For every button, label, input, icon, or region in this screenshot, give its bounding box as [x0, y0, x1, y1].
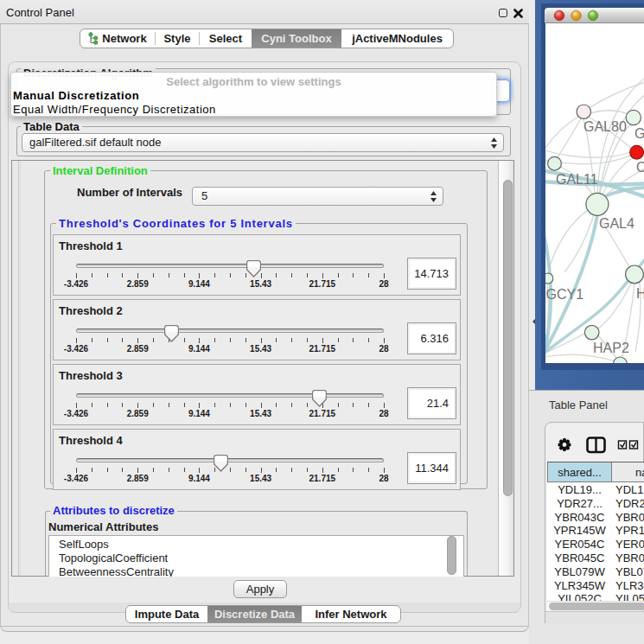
- svg-text:GAL11: GAL11: [556, 172, 598, 187]
- svg-text:C: C: [636, 160, 644, 175]
- svg-text:HAP2: HAP2: [593, 341, 629, 355]
- svg-text:GAL4: GAL4: [599, 216, 634, 231]
- svg-text:GCY1: GCY1: [546, 287, 584, 302]
- svg-text:H: H: [636, 286, 644, 301]
- svg-text:GA: GA: [634, 126, 644, 141]
- svg-text:GAL80: GAL80: [583, 119, 627, 134]
